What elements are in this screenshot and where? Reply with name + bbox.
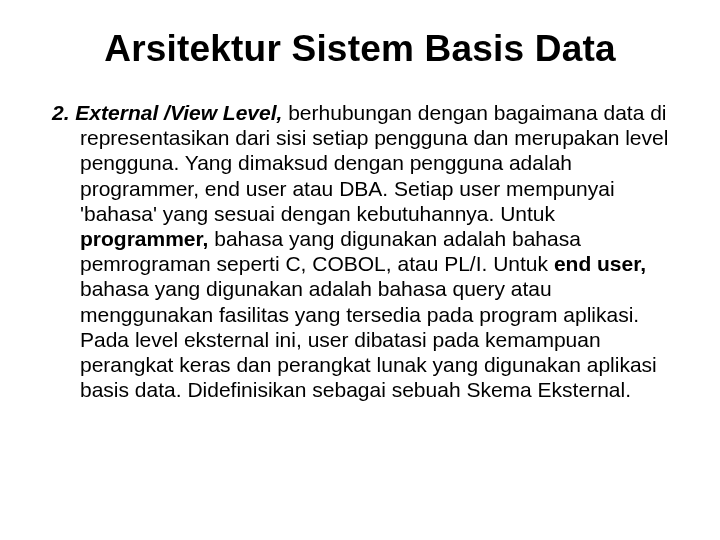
- bold-term-programmer: programmer,: [80, 227, 214, 250]
- item-number: 2.: [52, 101, 75, 124]
- slide: Arsitektur Sistem Basis Data 2. External…: [0, 0, 720, 442]
- body-content: 2. External /View Level, berhubungan den…: [48, 100, 672, 402]
- text-segment: bahasa yang digunakan adalah bahasa quer…: [80, 277, 657, 401]
- paragraph: 2. External /View Level, berhubungan den…: [52, 100, 672, 402]
- bold-term-enduser: end user,: [554, 252, 646, 275]
- lead-term: External /View Level,: [75, 101, 288, 124]
- slide-title: Arsitektur Sistem Basis Data: [48, 28, 672, 70]
